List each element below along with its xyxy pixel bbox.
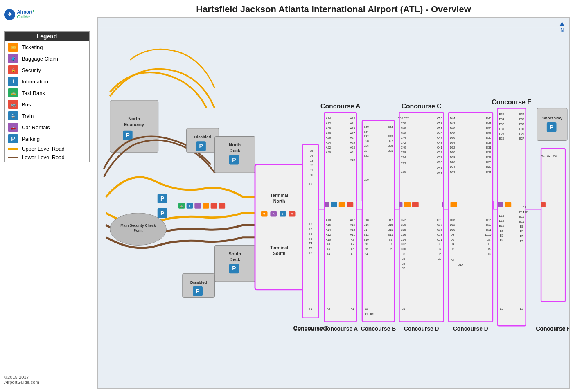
legend-item-car: 🚗 Car Rentals [5,122,89,133]
svg-text:B9: B9 [389,238,393,241]
svg-text:B25: B25 [388,144,393,147]
logo-area: ✈ Airport Guide [0,3,94,28]
svg-text:South: South [228,251,241,256]
svg-text:E17: E17 [523,211,528,214]
svg-text:P: P [232,157,236,163]
legend-item-taxi: 🚕 Taxi Rank [5,87,89,99]
svg-text:E13: E13 [499,214,504,217]
svg-text:T7: T7 [309,228,312,230]
svg-text:E7: E7 [520,230,524,233]
svg-text:D25: D25 [486,161,492,164]
svg-text:A7: A7 [351,243,354,246]
svg-text:A15: A15 [350,223,355,226]
svg-text:B14: B14 [364,228,369,231]
svg-text:D32: D32 [450,146,455,149]
svg-text:i: i [282,212,283,216]
svg-text:A4: A4 [327,252,330,255]
svg-text:C53: C53 [437,122,442,125]
legend-box: Legend 🎫 Ticketing 🧳 [4,31,90,162]
svg-text:North: North [128,116,140,121]
svg-text:C11: C11 [437,238,442,241]
svg-text:E36: E36 [499,113,504,116]
ticketing-label: Ticketing [22,44,43,50]
svg-text:B8: B8 [365,243,368,246]
svg-rect-36 [215,137,255,173]
svg-text:C7: C7 [438,248,442,250]
airport-map: ▲ N North Economy [97,17,570,389]
svg-text:E34: E34 [499,118,504,121]
svg-text:Point: Point [133,228,142,232]
svg-text:B22: B22 [364,154,369,157]
svg-text:A1: A1 [541,154,545,157]
svg-text:T15: T15 [308,149,313,152]
svg-text:B7: B7 [389,243,393,246]
svg-text:T12: T12 [308,164,313,167]
svg-text:B2: B2 [365,307,368,310]
svg-text:T8: T8 [309,223,312,225]
svg-text:P: P [550,124,553,131]
svg-text:A1: A1 [351,307,354,310]
svg-text:D23: D23 [486,165,492,168]
svg-text:D4: D4 [451,243,454,246]
svg-text:D37: D37 [486,132,492,135]
svg-text:E3: E3 [520,240,524,243]
svg-text:C6: C6 [402,257,405,260]
svg-text:C49: C49 [437,132,442,135]
svg-text:C30: C30 [401,170,406,173]
svg-text:Concourse C: Concourse C [402,103,442,110]
svg-rect-313 [444,201,449,209]
svg-text:B18: B18 [364,219,369,221]
svg-text:Guide: Guide [17,14,30,19]
svg-text:B3: B3 [370,313,374,316]
svg-text:D5: D5 [487,248,491,250]
svg-text:C37: C37 [437,156,442,159]
lower-road-icon [8,157,18,158]
svg-text:A20: A20 [326,151,331,154]
svg-text:D30: D30 [450,151,455,154]
svg-text:E10: E10 [499,224,504,227]
north-symbol: ▲ [558,19,566,27]
svg-text:C48: C48 [401,127,406,130]
svg-text:E26: E26 [499,137,504,140]
svg-text:B6: B6 [365,248,368,250]
svg-text:S: S [291,213,293,216]
svg-text:B26: B26 [364,144,369,147]
svg-text:C22: C22 [401,219,406,221]
north-arrow: ▲ N [558,19,566,32]
svg-text:D3: D3 [487,252,491,255]
baggage-label: Baggage Claim [22,56,58,62]
svg-text:A8: A8 [327,243,330,246]
svg-text:B4: B4 [365,252,368,255]
svg-text:A16: A16 [326,223,331,226]
svg-text:B5: B5 [389,248,393,250]
svg-text:C9: C9 [438,243,442,246]
svg-text:B29: B29 [388,135,393,138]
legend-item-lower-road: Lower Level Road [5,153,89,162]
svg-text:C1: C1 [402,307,405,310]
svg-rect-294 [412,202,419,207]
svg-text:C47: C47 [437,136,442,139]
svg-text:B12: B12 [364,233,369,236]
svg-text:🧳: 🧳 [11,56,16,61]
svg-text:A22: A22 [326,146,331,149]
svg-text:E11: E11 [519,220,524,223]
svg-text:A19: A19 [350,158,355,161]
svg-text:C44: C44 [401,136,406,139]
svg-text:E28: E28 [499,133,504,135]
svg-text:D34: D34 [450,141,455,144]
svg-text:A11: A11 [350,233,355,236]
svg-text:E35: E35 [519,118,524,121]
svg-text:C40: C40 [401,146,406,149]
svg-text:C31: C31 [437,172,442,175]
svg-text:C35: C35 [437,161,442,164]
svg-text:C38: C38 [401,151,406,154]
svg-text:C10: C10 [401,248,406,250]
svg-text:A34: A34 [326,117,331,120]
north-label: N [560,27,564,32]
svg-text:Concourse D: Concourse D [404,326,439,332]
svg-text:A30: A30 [326,127,331,130]
legend-item-security: 🔒 Security [5,64,89,76]
svg-text:A27: A27 [350,136,355,139]
lower-road-label: Lower Level Road [22,154,65,160]
train-icon: 🚆 [8,111,18,120]
